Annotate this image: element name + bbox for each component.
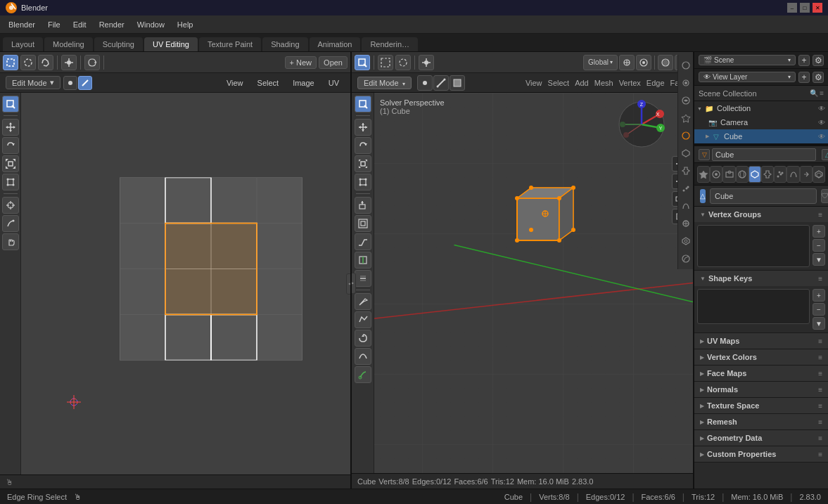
outliner-item-cube[interactable]: ▶ ▽ Cube 👁	[694, 129, 828, 143]
uv-maps-options[interactable]: ≡	[818, 337, 822, 345]
uv-tool-rotate[interactable]	[2, 137, 19, 154]
vp-global-dropdown[interactable]: Global ▾	[583, 55, 618, 70]
vp-mode-dropdown[interactable]: Edit Mode ▾	[357, 77, 412, 89]
pvi-view-layer-btn[interactable]	[678, 93, 694, 108]
uv-tool-transform[interactable]	[2, 174, 19, 190]
pvi-physics-btn[interactable]	[678, 198, 694, 214]
obj-icon-btn[interactable]: ▽	[699, 149, 710, 160]
uv-edit-mode-dropdown[interactable]: Edit Mode ▾	[6, 76, 60, 89]
menu-help[interactable]: Help	[172, 19, 199, 30]
scene-dropdown[interactable]: 🎬 Scene ▾	[699, 55, 796, 65]
pvi-object-btn[interactable]	[678, 146, 694, 161]
prop-modifier-btn[interactable]	[761, 166, 774, 183]
uv-transform-btn[interactable]	[61, 55, 77, 70]
vp-tool-smooth[interactable]	[355, 348, 371, 365]
uv-split-right-arrow[interactable]: ◀	[346, 273, 350, 295]
vp-add-menu[interactable]: Add	[575, 79, 589, 87]
outliner-sort-btn[interactable]: ≡	[820, 89, 824, 97]
cube-visibility-icon[interactable]: 👁	[818, 133, 825, 141]
vp-overlay-btn[interactable]	[658, 55, 673, 70]
uv-tool-cursor[interactable]	[2, 197, 19, 214]
uv-maps-header[interactable]: UV Maps ≡	[694, 333, 828, 349]
pvi-output-btn[interactable]	[678, 75, 694, 91]
outliner-item-camera[interactable]: 📷 Camera 👁	[694, 115, 828, 129]
vp-tool-select[interactable]	[355, 55, 370, 70]
face-maps-options[interactable]: ≡	[818, 370, 822, 377]
vp-tool-inset[interactable]	[355, 215, 371, 232]
pvi-material-btn[interactable]	[678, 251, 694, 266]
pvi-scene-btn[interactable]	[678, 110, 694, 126]
vp-edge-mode-btn[interactable]	[433, 75, 449, 91]
uv-tool-annotate[interactable]	[2, 215, 19, 232]
vp-mesh-menu[interactable]: Mesh	[594, 79, 613, 87]
vp-tool-polypath[interactable]	[355, 311, 371, 328]
geometry-data-header[interactable]: Geometry Data ≡	[694, 430, 828, 446]
uv-tool-scale[interactable]	[2, 155, 19, 172]
close-button[interactable]: ✕	[813, 3, 822, 13]
custom-properties-header[interactable]: Custom Properties ≡	[694, 446, 828, 462]
view-layer-dropdown[interactable]: 👁 View Layer ▾	[699, 72, 796, 82]
prop-scene2-btn[interactable]	[722, 166, 735, 183]
prop-object-btn[interactable]	[749, 166, 761, 183]
pvi-constraints-btn[interactable]	[678, 216, 694, 231]
uv-select-menu[interactable]: Select	[252, 77, 285, 89]
uv-select-circle-btn[interactable]	[20, 55, 36, 70]
remesh-options[interactable]: ≡	[818, 418, 822, 426]
vertex-colors-header[interactable]: Vertex Colors ≡	[694, 349, 828, 365]
vp-tool-spin[interactable]	[355, 330, 371, 347]
prop-particles-btn[interactable]	[774, 166, 786, 183]
vp-tool-bevel[interactable]	[355, 233, 371, 250]
view-layer-settings-btn[interactable]: ⚙	[813, 72, 824, 83]
geometry-data-options[interactable]: ≡	[818, 434, 822, 442]
collection-visibility-icon[interactable]: 👁	[818, 105, 825, 112]
sk-remove-btn[interactable]: −	[813, 303, 825, 316]
pvi-particles-btn[interactable]	[678, 181, 694, 196]
texture-space-options[interactable]: ≡	[818, 402, 822, 410]
normals-options[interactable]: ≡	[818, 386, 822, 394]
vertex-colors-options[interactable]: ≡	[818, 354, 822, 361]
uv-uv-menu[interactable]: UV	[323, 77, 345, 89]
face-maps-header[interactable]: Face Maps ≡	[694, 366, 828, 381]
uv-image-menu[interactable]: Image	[287, 77, 320, 89]
shape-keys-options[interactable]: ≡	[818, 275, 822, 283]
uv-select-box-btn[interactable]	[3, 55, 18, 70]
uv-vertex-select-btn[interactable]	[63, 76, 77, 90]
tab-modeling[interactable]: Modeling	[44, 37, 93, 51]
uv-tool-grab[interactable]	[2, 233, 19, 250]
uv-select-lasso-btn[interactable]	[38, 55, 53, 70]
pvi-render-btn[interactable]	[678, 58, 694, 73]
vp-circle-select-btn[interactable]	[395, 55, 411, 70]
menu-window[interactable]: Window	[132, 19, 170, 30]
view-layer-add-btn[interactable]: +	[798, 72, 810, 83]
pvi-modifier-btn[interactable]	[678, 163, 694, 179]
vp-vertex-menu[interactable]: Vertex	[619, 79, 641, 87]
mesh-name-field[interactable]	[710, 188, 817, 204]
menu-file[interactable]: File	[42, 19, 66, 30]
menu-edit[interactable]: Edit	[68, 19, 92, 30]
vp-tool-knife[interactable]	[355, 293, 371, 310]
menu-blender[interactable]: Blender	[3, 19, 41, 30]
scene-settings-btn[interactable]: ⚙	[813, 55, 824, 66]
uv-tool-move[interactable]	[2, 119, 19, 136]
uv-edge-select-btn[interactable]	[78, 76, 92, 90]
texture-space-header[interactable]: Texture Space ≡	[694, 398, 828, 413]
mesh-shield-btn[interactable]: 🛡	[821, 189, 828, 203]
shape-keys-header[interactable]: Shape Keys ≡	[694, 271, 828, 286]
tab-shading[interactable]: Shading	[262, 37, 307, 51]
tab-layout[interactable]: Layout	[3, 37, 43, 51]
remesh-header[interactable]: Remesh ≡	[694, 414, 828, 429]
vp-transform-btn[interactable]	[419, 55, 434, 70]
uv-sync-btn[interactable]	[84, 55, 100, 70]
prop-physics-btn[interactable]	[786, 166, 799, 183]
prop-constraints-btn[interactable]	[800, 166, 813, 183]
vp-tool-offset-edge[interactable]	[355, 270, 371, 287]
tab-rendering[interactable]: Renderin…	[362, 37, 418, 51]
uv-view-menu[interactable]: View	[221, 77, 249, 89]
vp-vertex-mode-btn[interactable]	[417, 75, 433, 91]
vp-edge-menu[interactable]: Edge	[647, 79, 665, 87]
vp-tool-extrude[interactable]	[355, 197, 371, 214]
normals-header[interactable]: Normals ≡	[694, 382, 828, 397]
obj-name-input[interactable]	[712, 148, 816, 161]
sk-add-btn[interactable]: +	[813, 289, 825, 302]
prop-renderlayer-btn[interactable]	[710, 166, 722, 183]
